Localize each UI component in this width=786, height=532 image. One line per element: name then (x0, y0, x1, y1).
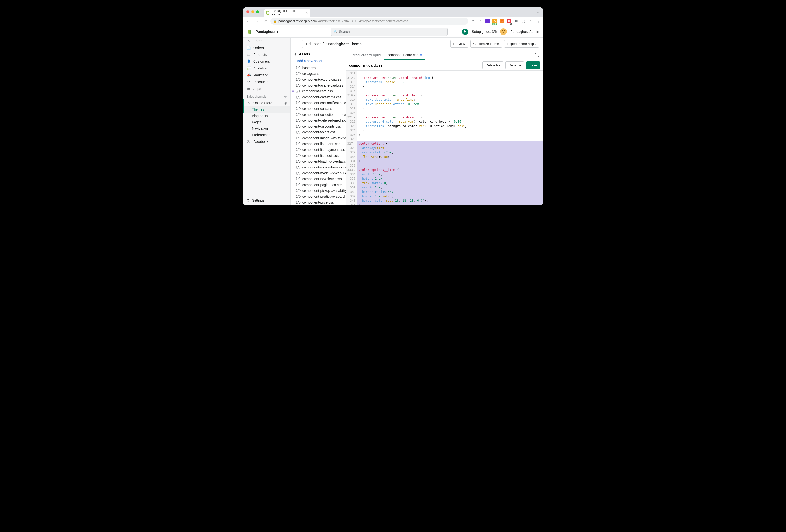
code-line[interactable]: border-color:rgba(18, 18, 18, 0.04); (357, 199, 543, 203)
file-item[interactable]: {/}base.css (291, 65, 346, 71)
file-item[interactable]: {/}component-list-menu.css (291, 141, 346, 147)
admin-name[interactable]: Pandaghost Admin (510, 30, 539, 33)
reload-button[interactable]: ⟳ (262, 19, 268, 23)
nav-marketing[interactable]: 📣Marketing (243, 72, 291, 78)
global-search[interactable]: 🔍 Search (330, 27, 447, 36)
code-line[interactable]: } (357, 128, 543, 133)
assets-section-header[interactable]: ⬇ Assets (291, 50, 346, 58)
file-item[interactable]: {/}component-card.css (291, 88, 346, 94)
nav-sub-pages[interactable]: Pages (243, 119, 291, 125)
code-line[interactable] (357, 137, 543, 141)
code-editor[interactable]: 3113123133143153163173183193203213223233… (346, 71, 543, 205)
code-line[interactable]: width:14px; (357, 172, 543, 177)
code-line[interactable] (357, 111, 543, 115)
file-item[interactable]: {/}component-pickup-availability.css (291, 188, 346, 193)
extensions-icon[interactable]: ✱ (514, 19, 518, 23)
file-item[interactable]: {/}component-accordion.css (291, 76, 346, 83)
back-to-themes-button[interactable]: ← (295, 40, 303, 48)
file-item[interactable]: {/}component-cart-notification.css (291, 100, 346, 106)
file-item[interactable]: {/}component-model-viewer-ui.css (291, 170, 346, 176)
extension-1[interactable]: ✦ (485, 19, 490, 23)
code-line[interactable]: height:14px; (357, 177, 543, 181)
extension-3[interactable]: 🦊 (500, 19, 504, 23)
code-line[interactable]: .card-wrapper:hover .card--search img { (357, 75, 543, 80)
nav-sub-navigation[interactable]: Navigation (243, 125, 291, 132)
file-item[interactable]: {/}component-list-payment.css (291, 147, 346, 153)
code-line[interactable]: transform: scale(1.05); (357, 80, 543, 84)
save-button[interactable]: Save (526, 62, 540, 69)
file-item[interactable]: {/}component-loading-overlay.css (291, 159, 346, 164)
code-line[interactable]: flex-wrap:wrap; (357, 155, 543, 159)
rename-button[interactable]: Rename (505, 62, 524, 69)
file-item[interactable]: {/}component-pagination.css (291, 182, 346, 188)
code-line[interactable]: } (357, 159, 543, 163)
add-channel-button[interactable]: ⊕ (284, 95, 287, 98)
code-line[interactable]: } (357, 203, 543, 205)
new-tab-button[interactable]: + (312, 9, 319, 16)
tabs-menu-button[interactable]: ⌄ (536, 9, 540, 15)
file-item[interactable]: {/}component-deferred-media.css (291, 117, 346, 123)
file-item[interactable]: {/}component-cart.css (291, 106, 346, 112)
browser-tab[interactable]: Pandaghost ~ Edit ~ Pandagh… × (264, 9, 310, 17)
nav-customers[interactable]: 👤Customers (243, 58, 291, 65)
nav-products[interactable]: 🏷Products (243, 51, 291, 58)
file-item[interactable]: {/}component-menu-drawer.css (291, 164, 346, 170)
expand-editor-button[interactable]: ⛶ (534, 50, 540, 60)
avatar[interactable]: PA (500, 28, 507, 35)
store-switcher[interactable]: Pandaghost ▾ (256, 30, 278, 33)
file-item[interactable]: {/}component-facets.css (291, 129, 346, 135)
code-line[interactable]: .color-options { (357, 141, 543, 146)
code-line[interactable]: background-color: rgba(var(--color-card-… (357, 119, 543, 124)
view-store-icon[interactable]: ◉ (284, 101, 287, 105)
customize-theme-button[interactable]: Customize theme (470, 40, 502, 48)
extension-4[interactable]: ▦2 (507, 19, 511, 23)
code-line[interactable] (357, 89, 543, 93)
forward-button[interactable]: → (254, 19, 260, 23)
maximize-window-button[interactable] (256, 10, 259, 14)
nav-sub-themes[interactable]: Themes (243, 106, 291, 113)
code-line[interactable]: transition: background-color var(--durat… (357, 124, 543, 128)
code-line[interactable]: } (357, 133, 543, 137)
code-line[interactable]: .card-wrapper:hover .card__text { (357, 93, 543, 97)
code-line[interactable]: margin-left:-2px; (357, 150, 543, 155)
code-line[interactable] (357, 71, 543, 75)
nav-facebook[interactable]: ⓕ Facebook (243, 138, 291, 145)
kebab-menu-icon[interactable]: ⋮ (536, 19, 540, 23)
file-item[interactable]: {/}component-list-social.css (291, 153, 346, 159)
minimize-window-button[interactable] (251, 10, 254, 14)
code-line[interactable]: } (357, 84, 543, 89)
code-line[interactable]: border-radius:50%; (357, 190, 543, 194)
nav-apps[interactable]: ▦Apps (243, 85, 291, 92)
nav-analytics[interactable]: 📊Analytics (243, 65, 291, 72)
setup-flag-icon[interactable]: ⚑ (462, 28, 468, 35)
code-line[interactable]: .color-options__item { (357, 168, 543, 172)
update-icon[interactable]: ① (528, 19, 533, 23)
nav-sub-blog-posts[interactable]: Blog posts (243, 113, 291, 119)
file-item[interactable]: {/}component-discounts.css (291, 123, 346, 129)
extension-2[interactable]: ⚠30X+ (492, 19, 497, 23)
close-window-button[interactable] (247, 10, 249, 14)
nav-settings[interactable]: ⚙ Settings (243, 196, 291, 205)
code-line[interactable]: flex-shrink:0; (357, 181, 543, 185)
file-item[interactable]: {/}component-price.css (291, 200, 346, 205)
code-line[interactable]: border:1px solid; (357, 194, 543, 199)
close-tab-icon[interactable]: × (306, 11, 308, 15)
file-item[interactable]: {/}component-newsletter.css (291, 176, 346, 182)
nav-orders[interactable]: 📄Orders (243, 44, 291, 51)
code-body[interactable]: .card-wrapper:hover .card--search img { … (357, 71, 543, 205)
code-line[interactable]: margin:2px; (357, 185, 543, 190)
add-asset-link[interactable]: Add a new asset (291, 58, 346, 65)
code-line[interactable]: .card-wrapper:hover .card--soft { (357, 115, 543, 119)
address-bar[interactable]: 🔒 pandaghost.myshopify.com/admin/themes/… (270, 18, 468, 25)
code-line[interactable]: } (357, 106, 543, 111)
file-item[interactable]: {/}component-predictive-search.css (291, 193, 346, 200)
back-button[interactable]: ← (246, 19, 251, 23)
share-icon[interactable]: ⇪ (471, 19, 476, 23)
code-line[interactable]: text-decoration: underline; (357, 97, 543, 102)
code-line[interactable]: text-underline-offset: 0.3rem; (357, 102, 543, 106)
nav-discounts[interactable]: %Discounts (243, 78, 291, 85)
editor-tab[interactable]: component-card.css (384, 50, 425, 60)
nav-sub-preferences[interactable]: Preferences (243, 132, 291, 138)
file-item[interactable]: {/}component-cart-items.css (291, 94, 346, 100)
file-item[interactable]: {/}component-article-card.css (291, 83, 346, 88)
